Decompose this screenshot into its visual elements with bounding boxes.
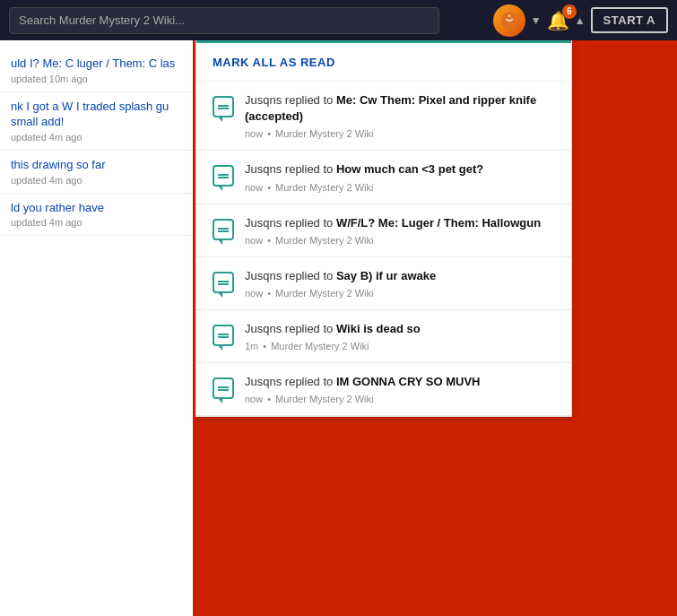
notif-meta: now • Murder Mystery 2 Wiki: [245, 288, 557, 299]
sidebar-item-meta: updated 4m ago: [11, 132, 182, 143]
notif-meta: now • Murder Mystery 2 Wiki: [245, 128, 557, 139]
comment-bubble-icon: [213, 165, 234, 187]
notif-time: now: [245, 182, 263, 193]
notif-username: Jusqns: [245, 162, 282, 176]
dot-separator: •: [267, 394, 271, 404]
notif-count: 6: [562, 4, 577, 19]
comment-bubble-icon: [213, 272, 234, 293]
notif-wiki: Murder Mystery 2 Wiki: [275, 288, 373, 299]
sidebar-item-title: this drawing so far: [11, 158, 182, 173]
notif-time: now: [245, 235, 263, 246]
list-item[interactable]: uld I? Me: C luger / Them: C las updated…: [0, 49, 193, 92]
sidebar-item-meta: updated 10m ago: [11, 74, 182, 84]
notif-target: IM GONNA CRY SO MUVH: [336, 375, 481, 388]
notif-meta: now • Murder Mystery 2 Wiki: [245, 394, 557, 404]
list-item[interactable]: nk I got a W I traded splash gu small ad…: [0, 92, 193, 151]
notif-text: Jusqns replied to W/F/L? Me: Luger / The…: [245, 215, 557, 231]
notification-item[interactable]: Jusqns replied to IM GONNA CRY SO MUVH n…: [196, 363, 571, 416]
notif-action: replied to: [285, 216, 336, 230]
topbar-icons: ▼ 🔔 6 ▲ START A: [493, 4, 668, 37]
notif-content: Jusqns replied to How much can <3 pet ge…: [245, 161, 557, 192]
search-input[interactable]: Search Murder Mystery 2 Wiki...: [9, 7, 439, 34]
notif-target: W/F/L? Me: Luger / Them: Hallowgun: [336, 216, 541, 230]
dot-separator: •: [267, 288, 271, 299]
notif-header: MARK ALL AS READ: [196, 43, 571, 82]
sidebar-item-meta: updated 4m ago: [11, 217, 182, 228]
sidebar-item-meta: updated 4m ago: [11, 175, 182, 186]
notif-chevron-up-icon[interactable]: ▲: [575, 14, 586, 27]
comment-icon: [211, 323, 236, 348]
notif-wiki: Murder Mystery 2 Wiki: [275, 182, 373, 193]
notification-item[interactable]: Jusqns replied to Me: Cw Them: Pixel and…: [196, 82, 571, 151]
comment-icon: [211, 270, 236, 295]
notif-text: Jusqns replied to How much can <3 pet ge…: [245, 161, 557, 178]
notification-list: Jusqns replied to Me: Cw Them: Pixel and…: [196, 82, 571, 416]
notif-username: Jusqns: [245, 93, 282, 107]
notif-wiki: Murder Mystery 2 Wiki: [275, 235, 373, 246]
sidebar-item-title: ld you rather have: [11, 201, 182, 216]
notif-content: Jusqns replied to IM GONNA CRY SO MUVH n…: [245, 374, 557, 404]
notif-target: Wiki is dead so: [336, 322, 421, 335]
notif-meta: 1m • Murder Mystery 2 Wiki: [245, 341, 557, 351]
notif-action: replied to: [285, 162, 336, 176]
notif-wiki: Murder Mystery 2 Wiki: [275, 394, 373, 404]
comment-icon: [211, 376, 236, 401]
sidebar-item-title: nk I got a W I traded splash gu small ad…: [11, 100, 182, 130]
notification-dropdown: MARK ALL AS READ Jusqns replied to Me: C…: [195, 40, 572, 417]
comment-bubble-icon: [213, 325, 234, 346]
dot-separator: •: [263, 341, 266, 351]
notif-action: replied to: [285, 375, 336, 388]
comment-icon: [211, 163, 236, 188]
notif-text: Jusqns replied to Me: Cw Them: Pixel and…: [245, 92, 557, 125]
notif-username: Jusqns: [245, 375, 282, 388]
notif-target: How much can <3 pet get?: [336, 162, 483, 176]
notification-badge[interactable]: 🔔 6: [547, 10, 569, 31]
notif-username: Jusqns: [245, 216, 282, 230]
notif-content: Jusqns replied to Say B) if ur awake now…: [245, 268, 557, 299]
sidebar-item-title: uld I? Me: C luger / Them: C las: [11, 56, 182, 72]
sidebar: uld I? Me: C luger / Them: C las updated…: [0, 40, 193, 616]
mark-all-read-button[interactable]: MARK ALL AS READ: [213, 56, 335, 69]
notif-action: replied to: [285, 322, 336, 335]
notif-content: Jusqns replied to Wiki is dead so 1m • M…: [245, 321, 557, 351]
dot-separator: •: [267, 235, 271, 246]
notif-text: Jusqns replied to IM GONNA CRY SO MUVH: [245, 374, 557, 390]
notif-target: Say B) if ur awake: [336, 269, 436, 282]
notif-content: Jusqns replied to Me: Cw Them: Pixel and…: [245, 92, 557, 139]
comment-bubble-icon: [213, 96, 234, 117]
notif-time: now: [245, 288, 263, 299]
notif-wiki: Murder Mystery 2 Wiki: [275, 128, 373, 139]
notif-action: replied to: [285, 269, 336, 282]
list-item[interactable]: ld you rather have updated 4m ago: [0, 194, 193, 237]
notif-wiki: Murder Mystery 2 Wiki: [271, 341, 369, 351]
notif-time: now: [245, 394, 263, 404]
avatar[interactable]: [493, 4, 525, 37]
avatar-chevron-down-icon[interactable]: ▼: [531, 14, 542, 27]
comment-icon: [211, 94, 236, 119]
notification-item[interactable]: Jusqns replied to W/F/L? Me: Luger / The…: [196, 204, 571, 257]
start-button[interactable]: START A: [591, 7, 668, 33]
notif-text: Jusqns replied to Say B) if ur awake: [245, 268, 557, 284]
notification-item[interactable]: Jusqns replied to How much can <3 pet ge…: [196, 151, 571, 204]
dot-separator: •: [267, 182, 271, 193]
comment-bubble-icon: [213, 377, 234, 399]
topbar: Search Murder Mystery 2 Wiki... ▼ 🔔 6 ▲ …: [0, 0, 677, 40]
notif-text: Jusqns replied to Wiki is dead so: [245, 321, 557, 337]
notification-item[interactable]: Jusqns replied to Wiki is dead so 1m • M…: [196, 310, 571, 363]
notif-time: now: [245, 128, 263, 139]
notif-meta: now • Murder Mystery 2 Wiki: [245, 235, 557, 246]
notif-content: Jusqns replied to W/F/L? Me: Luger / The…: [245, 215, 557, 246]
notif-username: Jusqns: [245, 322, 282, 335]
comment-icon: [211, 217, 236, 242]
dot-separator: •: [267, 128, 271, 139]
notif-time: 1m: [245, 341, 258, 351]
notif-meta: now • Murder Mystery 2 Wiki: [245, 182, 557, 193]
notification-item[interactable]: Jusqns replied to Say B) if ur awake now…: [196, 257, 571, 310]
search-text: Search Murder Mystery 2 Wiki...: [19, 13, 185, 27]
notif-action: replied to: [285, 93, 336, 107]
notif-username: Jusqns: [245, 269, 282, 282]
list-item[interactable]: this drawing so far updated 4m ago: [0, 151, 193, 194]
comment-bubble-icon: [213, 219, 234, 240]
